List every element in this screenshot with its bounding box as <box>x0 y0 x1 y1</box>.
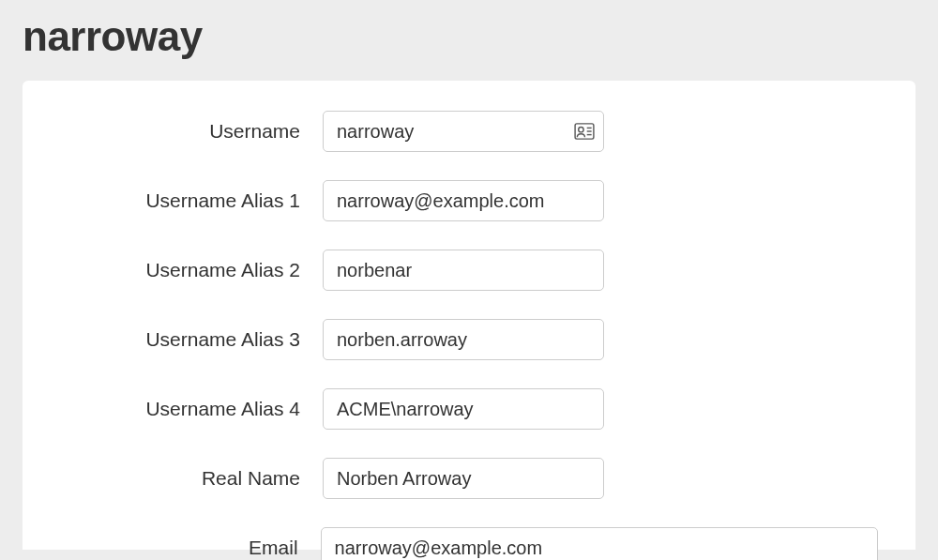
label-realname: Real Name <box>60 467 323 490</box>
label-email: Email <box>60 537 321 559</box>
input-wrap-realname <box>323 458 604 499</box>
row-alias2: Username Alias 2 <box>60 250 878 291</box>
row-username: Username <box>60 111 878 152</box>
row-alias3: Username Alias 3 <box>60 319 878 360</box>
realname-input[interactable] <box>323 458 604 499</box>
row-alias1: Username Alias 1 <box>60 180 878 221</box>
label-username: Username <box>60 120 323 143</box>
label-alias1: Username Alias 1 <box>60 189 323 212</box>
input-wrap-alias4 <box>323 388 604 430</box>
alias1-input[interactable] <box>323 180 604 221</box>
page-title: narroway <box>0 0 938 81</box>
username-input[interactable] <box>323 111 604 152</box>
input-wrap-alias1 <box>323 180 604 221</box>
alias4-input[interactable] <box>323 388 604 430</box>
input-wrap-email <box>321 527 878 560</box>
input-wrap-username <box>323 111 604 152</box>
label-alias3: Username Alias 3 <box>60 328 323 351</box>
alias2-input[interactable] <box>323 250 604 291</box>
row-alias4: Username Alias 4 <box>60 388 878 430</box>
email-input[interactable] <box>321 527 878 560</box>
label-alias2: Username Alias 2 <box>60 259 323 281</box>
row-email: Email <box>60 527 878 560</box>
row-realname: Real Name <box>60 458 878 499</box>
user-form-card: Username Username Alias 1 Username Alias… <box>23 81 915 550</box>
label-alias4: Username Alias 4 <box>60 398 323 420</box>
input-wrap-alias3 <box>323 319 604 360</box>
input-wrap-alias2 <box>323 250 604 291</box>
alias3-input[interactable] <box>323 319 604 360</box>
